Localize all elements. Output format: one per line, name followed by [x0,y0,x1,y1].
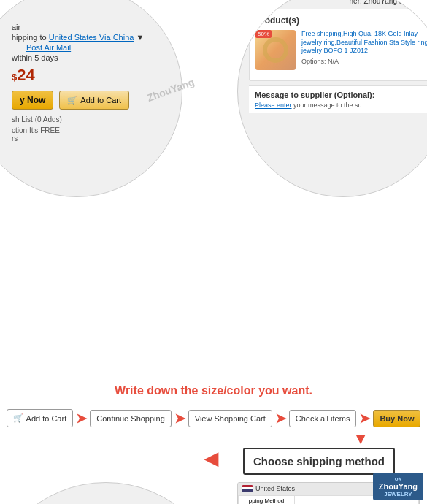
products-title: Product(s) [255,15,427,26]
brand-logo: ok ZhouYang JEWELRY [373,473,423,500]
seller-name: ner: ZhouYang Jewelry Co. [249,0,427,5]
products-section: Product(s) 50% Free shipping,High Qua. 1… [249,9,427,81]
protection-sub: rs [12,134,18,142]
price-display: $24 [12,66,35,85]
wish-list: sh List (0 Adds) [12,115,62,123]
delivery-text: within 5 days [12,53,58,62]
choose-shipping-box: Choose shipping method [243,448,395,475]
protection-label: ction It's FREE [12,126,60,134]
brand-sub: JEWELRY [379,491,418,497]
cart-icon: 🛒 [67,96,77,105]
product-row: 50% Free shipping,High Qua. 18K Gold Inl… [255,30,427,70]
choose-shipping-section: ▼ ◀ Choose shipping method [0,433,427,475]
cart-step-icon: 🛒 [13,413,23,423]
product-description: Free shipping,High Qua. 18K Gold Inlay j… [301,30,427,56]
arrow-1: ➤ [76,411,87,427]
step-check: Check all items [289,410,357,427]
right-circle: ner: ZhouYang Jewelry Co. Product(s) 50%… [237,0,427,197]
product-info: Free shipping,High Qua. 18K Gold Inlay j… [301,30,427,70]
action-buttons: y Now 🛒 Add to Cart [12,91,129,110]
us-flag-icon [242,485,253,492]
top-section: air hipping to United States Via China ▼… [0,0,427,197]
step-view-cart: View Shopping Cart [188,410,272,427]
shipping-text: hipping to [12,33,47,42]
left-arrow-icon: ◀ [204,448,218,469]
bottom-circle: EMS ✈ Or China Post Air Mail ✈ shipping … [0,482,226,504]
table-header-label: United States [255,485,295,492]
post-air-link[interactable]: Post Air Mail [26,43,71,52]
arrow-3: ➤ [275,411,286,427]
step-add-cart: 🛒 Add to Cart [7,409,74,427]
post-air-mail: Post Air Mail [12,43,71,52]
write-down-text: Write down the size/color you want. [0,378,427,403]
shipping-line: hipping to United States Via China ▼ [12,33,144,42]
message-placeholder-text: Please enter your message to the su [255,102,427,109]
steps-flow: 🛒 Add to Cart ➤ Continue Shopping ➤ View… [0,403,427,433]
method-label: pping Method [239,496,295,505]
buy-now-button[interactable]: y Now [12,91,53,110]
message-section: Message to supplier (Optional): Please e… [249,85,427,113]
add-to-cart-button[interactable]: 🛒 Add to Cart [59,91,129,110]
bottom-section: EMS ✈ Or China Post Air Mail ✈ shipping … [0,475,427,504]
arrow-2: ➤ [174,411,185,427]
step-buy-now[interactable]: Buy Now [373,410,420,427]
air-label: air [12,23,20,31]
ok-label: ok [379,476,418,482]
brand-name: ZhouYang [379,482,418,491]
arrow-4: ➤ [359,411,370,427]
shipping-link[interactable]: United States Via China [49,33,134,42]
product-options: Options: N/A [301,58,427,65]
message-title: Message to supplier (Optional): [255,91,427,99]
product-image: 50% [255,30,296,70]
step-continue: Continue Shopping [90,410,172,427]
sale-badge: 50% [255,30,272,38]
